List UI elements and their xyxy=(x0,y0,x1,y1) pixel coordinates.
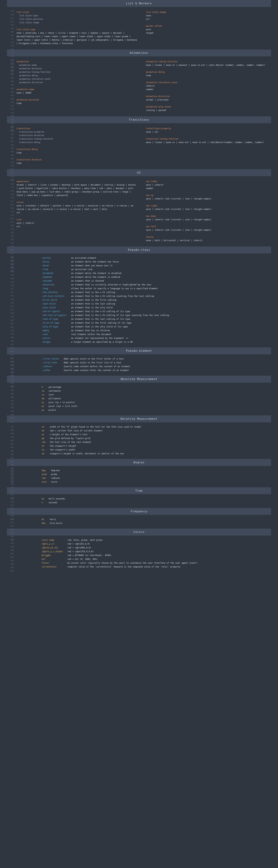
line-number: 425 xyxy=(7,504,14,507)
table-desc: the viewport's width xyxy=(50,448,271,452)
table-key: ::before xyxy=(42,365,63,368)
line-number: 295 xyxy=(7,118,14,122)
line-number: 386 xyxy=(7,385,14,389)
table-row: rgba(x,y,z,alpha)red = rgba(255,0,0,0) xyxy=(42,550,271,553)
line-number: 430 xyxy=(7,518,14,521)
css-property: nav-index xyxy=(146,180,267,183)
line-number: 294 xyxy=(7,115,14,118)
blank-line xyxy=(17,144,137,148)
css-value: auto | inherit xyxy=(146,183,267,187)
blank-line xyxy=(146,221,267,225)
table-desc: an element that is the last sibling of i… xyxy=(71,317,271,321)
table-desc: allows the author to specify a language … xyxy=(71,287,271,290)
css-sub-property: animation-direction xyxy=(17,81,137,84)
line-number: 259 xyxy=(7,9,14,13)
line-number: 381 xyxy=(7,371,14,374)
table-desc: degrees xyxy=(51,469,271,472)
table-row: :first-of-typean element that is the fir… xyxy=(42,321,271,325)
line-number: 445 xyxy=(7,566,14,569)
line-number: 420 xyxy=(7,489,14,493)
table-key: cm xyxy=(42,389,49,393)
section-title: Pseudo-element xyxy=(7,347,271,354)
table-row: currentColorcomputer value of the 'curre… xyxy=(42,565,271,569)
line-number: 427 xyxy=(7,511,14,514)
line-number: 348 xyxy=(7,277,14,280)
table-row: :only-of-typean element that is the only… xyxy=(42,325,271,329)
line-number: 400 xyxy=(7,435,14,439)
section-frequency: Frequency 430431432433434435436HzhertzkH… xyxy=(7,508,271,525)
css-value: length xyxy=(146,31,267,35)
table-key: ms xyxy=(42,497,49,501)
table-desc: centimeter xyxy=(49,389,271,393)
table-row: :checkedan element that is checked xyxy=(42,279,271,283)
blank-line xyxy=(17,24,137,28)
table-desc: millimeter xyxy=(49,397,271,401)
line-number: 286 xyxy=(7,87,14,90)
line-number: 307 xyxy=(7,154,14,157)
section-title: Pseudo-class xyxy=(7,247,271,253)
table-row: hslred = hsl (0, 100%, 50%) xyxy=(42,557,271,561)
line-number: 351 xyxy=(7,287,14,291)
section-rel-measurement: Relative Measurement 3973983994004014024… xyxy=(7,415,271,456)
table-row: ::afterInserts some content after the co… xyxy=(42,368,271,372)
line-number: 283 xyxy=(7,76,14,80)
table-key: :selection xyxy=(42,283,71,287)
line-number: 266 xyxy=(7,34,14,37)
line-number: 362 xyxy=(7,326,14,329)
table-row: rgb(x,y,z)red = rgb(255,0,0) xyxy=(42,542,271,546)
line-number: 324 xyxy=(7,210,14,214)
line-number: 407 xyxy=(7,460,14,463)
table-desc: inch xyxy=(49,393,271,397)
line-number: 387 xyxy=(7,389,14,392)
table-row: vmviewport's height or width, whichever … xyxy=(42,452,271,456)
line-number: 303 xyxy=(7,140,14,143)
css-sub-property: animation-name xyxy=(17,63,137,67)
line-number: 382 xyxy=(7,374,14,378)
line-number: 418 xyxy=(7,483,14,486)
table-desc: an activated element xyxy=(71,256,271,260)
line-number: 331 xyxy=(7,235,14,238)
table-desc: milli-seconds xyxy=(49,497,271,501)
line-number: 292 xyxy=(7,107,14,111)
line-number: 357 xyxy=(7,308,14,312)
css-value: auto | inherit <id> [current | root | <t… xyxy=(146,218,267,221)
line-number: 263 xyxy=(7,24,14,27)
blank-line xyxy=(146,21,267,24)
css-property: icon xyxy=(17,218,137,221)
css-sub-property: list-style-type xyxy=(17,14,137,18)
line-number: 332 xyxy=(7,238,14,241)
blank-line xyxy=(146,200,267,204)
blank-line xyxy=(146,67,267,70)
table-key: :last-child xyxy=(42,302,71,306)
line-number: 325 xyxy=(7,214,14,217)
line-number: 352 xyxy=(7,291,14,294)
table-key: pc xyxy=(42,401,49,404)
line-number: 433 xyxy=(7,528,14,531)
table-row: :rootroot element within the document xyxy=(42,333,271,336)
table-key: ::after xyxy=(42,368,63,372)
table-key: :enabled xyxy=(42,275,71,279)
line-number: 306 xyxy=(7,150,14,154)
table-key: #rrggbb xyxy=(42,553,67,557)
css-property: transition-timing-function xyxy=(146,137,267,141)
line-number: 346 xyxy=(7,270,14,273)
table-desc: computer value of the 'currentColor' key… xyxy=(67,565,271,569)
css-value: auto | inherit <id> [current | root | <t… xyxy=(146,228,267,232)
table-key: :disabled xyxy=(42,271,71,275)
table-desc: Adds special style to the first letter o… xyxy=(63,357,271,361)
line-number: 380 xyxy=(7,367,14,371)
line-number: 261 xyxy=(7,17,14,20)
table-row: gradgrads xyxy=(42,472,271,476)
table-desc: an element that is the only child of its… xyxy=(71,325,271,329)
table-key: currentColor xyxy=(42,565,67,569)
line-number: 316 xyxy=(7,182,14,186)
table-desc: grads xyxy=(51,472,271,476)
table-key: flavor xyxy=(42,561,67,565)
table-row: vhthe viewport's height xyxy=(42,444,271,448)
table-desc: 1em = current font size of current eleme… xyxy=(50,429,271,433)
section-title: UI xyxy=(7,169,271,176)
table-desc: radians xyxy=(51,476,271,480)
css-sub-property: transitions-duration xyxy=(17,134,137,137)
line-number: 367 xyxy=(7,343,14,346)
table-row: ::beforeInserts some content before the … xyxy=(42,365,271,368)
